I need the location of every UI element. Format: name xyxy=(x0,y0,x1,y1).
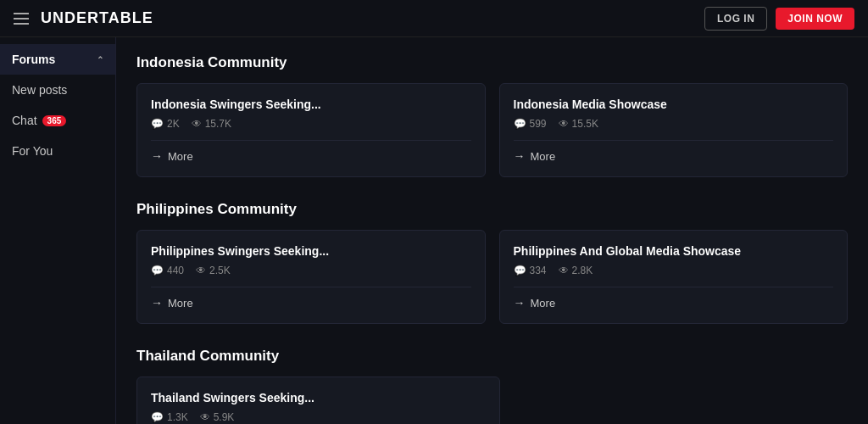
more-link-indonesia-media[interactable]: →More xyxy=(514,140,834,163)
chevron-icon: ⌃ xyxy=(97,55,103,64)
arrow-icon: → xyxy=(151,296,163,310)
card-title-thailand-swingers: Thailand Swingers Seeking... xyxy=(151,391,486,404)
more-label: More xyxy=(531,297,556,310)
stat-comments-indonesia-swingers: 💬2K xyxy=(151,118,180,130)
header-right: LOG IN JOIN NOW xyxy=(704,7,854,31)
view-icon: 👁 xyxy=(559,118,569,130)
more-label: More xyxy=(168,297,193,310)
view-count: 2.5K xyxy=(209,265,231,276)
section-title-thailand: Thailand Community xyxy=(136,348,848,365)
comment-icon: 💬 xyxy=(514,118,526,130)
sidebar-item-label: For You xyxy=(12,144,53,158)
card-stats-indonesia-swingers: 💬2K👁15.7K xyxy=(151,118,471,130)
arrow-icon: → xyxy=(151,149,163,163)
comment-icon: 💬 xyxy=(151,265,164,276)
more-link-philippines-swingers[interactable]: →More xyxy=(151,287,471,310)
hamburger-icon[interactable] xyxy=(14,13,29,25)
more-link-indonesia-swingers[interactable]: →More xyxy=(151,140,471,163)
cards-row-indonesia: Indonesia Swingers Seeking...💬2K👁15.7K→M… xyxy=(136,83,848,177)
stat-views-philippines-media: 👁2.8K xyxy=(559,265,593,276)
login-button[interactable]: LOG IN xyxy=(704,7,767,31)
section-thailand: Thailand CommunityThailand Swingers Seek… xyxy=(136,348,848,424)
card-stats-indonesia-media: 💬599👁15.5K xyxy=(514,118,834,130)
sidebar: Forums ⌃ New posts Chat 365 For You xyxy=(0,37,116,424)
more-label: More xyxy=(531,150,556,163)
sidebar-item-label: New posts xyxy=(12,83,67,97)
stat-views-philippines-swingers: 👁2.5K xyxy=(196,265,231,276)
card-title-indonesia-swingers: Indonesia Swingers Seeking... xyxy=(151,98,471,111)
card-stats-philippines-swingers: 💬440👁2.5K xyxy=(151,265,471,276)
section-title-philippines: Philippines Community xyxy=(136,201,848,218)
card-stats-thailand-swingers: 💬1.3K👁5.9K xyxy=(151,411,486,423)
view-icon: 👁 xyxy=(200,411,210,423)
card-philippines-media: Philippines And Global Media Showcase💬33… xyxy=(499,230,849,324)
comment-icon: 💬 xyxy=(151,118,164,130)
cards-row-thailand: Thailand Swingers Seeking...💬1.3K👁5.9K→M… xyxy=(136,377,848,424)
arrow-icon: → xyxy=(514,149,526,163)
header-left: UNDERTABLE xyxy=(14,9,153,27)
comment-count: 334 xyxy=(530,265,547,276)
sidebar-item-new-posts[interactable]: New posts xyxy=(0,75,115,105)
stat-comments-thailand-swingers: 💬1.3K xyxy=(151,411,188,423)
chat-label: Chat xyxy=(12,114,37,127)
main-content: Indonesia CommunityIndonesia Swingers Se… xyxy=(116,37,868,424)
card-stats-philippines-media: 💬334👁2.8K xyxy=(514,265,834,276)
arrow-icon: → xyxy=(514,296,526,310)
section-title-indonesia: Indonesia Community xyxy=(136,54,848,71)
view-icon: 👁 xyxy=(196,265,206,276)
logo: UNDERTABLE xyxy=(41,9,153,27)
card-thailand-swingers: Thailand Swingers Seeking...💬1.3K👁5.9K→M… xyxy=(136,377,500,424)
stat-views-indonesia-media: 👁15.5K xyxy=(559,118,598,130)
comment-count: 1.3K xyxy=(167,411,188,423)
sidebar-item-label: Forums xyxy=(12,53,55,66)
section-philippines: Philippines CommunityPhilippines Swinger… xyxy=(136,201,848,324)
stat-comments-indonesia-media: 💬599 xyxy=(514,118,547,130)
comment-count: 599 xyxy=(530,118,547,130)
stat-views-thailand-swingers: 👁5.9K xyxy=(200,411,235,423)
view-count: 15.5K xyxy=(572,118,598,130)
join-button[interactable]: JOIN NOW xyxy=(776,8,854,30)
sidebar-item-chat[interactable]: Chat 365 xyxy=(0,105,115,136)
card-indonesia-media: Indonesia Media Showcase💬599👁15.5K→More xyxy=(499,83,849,177)
card-philippines-swingers: Philippines Swingers Seeking...💬440👁2.5K… xyxy=(136,230,486,324)
comment-icon: 💬 xyxy=(151,411,164,423)
view-icon: 👁 xyxy=(559,265,569,276)
sidebar-item-forums[interactable]: Forums ⌃ xyxy=(0,44,115,75)
cards-row-philippines: Philippines Swingers Seeking...💬440👁2.5K… xyxy=(136,230,848,324)
view-count: 2.8K xyxy=(572,265,593,276)
section-indonesia: Indonesia CommunityIndonesia Swingers Se… xyxy=(136,54,848,177)
comment-count: 2K xyxy=(167,118,180,130)
card-title-indonesia-media: Indonesia Media Showcase xyxy=(514,98,834,111)
comment-icon: 💬 xyxy=(514,265,526,276)
more-label: More xyxy=(168,150,193,163)
stat-views-indonesia-swingers: 👁15.7K xyxy=(192,118,231,130)
card-title-philippines-swingers: Philippines Swingers Seeking... xyxy=(151,244,471,258)
view-icon: 👁 xyxy=(192,118,202,130)
card-title-philippines-media: Philippines And Global Media Showcase xyxy=(514,244,834,258)
chat-badge: 365 xyxy=(42,115,67,126)
card-indonesia-swingers: Indonesia Swingers Seeking...💬2K👁15.7K→M… xyxy=(136,83,486,177)
sidebar-item-for-you[interactable]: For You xyxy=(0,136,115,166)
comment-count: 440 xyxy=(167,265,184,276)
stat-comments-philippines-media: 💬334 xyxy=(514,265,547,276)
view-count: 15.7K xyxy=(205,118,231,130)
stat-comments-philippines-swingers: 💬440 xyxy=(151,265,184,276)
empty-card-placeholder xyxy=(514,377,849,424)
header: UNDERTABLE LOG IN JOIN NOW xyxy=(0,0,868,37)
more-link-philippines-media[interactable]: →More xyxy=(514,287,834,310)
view-count: 5.9K xyxy=(214,411,235,423)
sidebar-chat: Chat 365 xyxy=(12,114,66,127)
layout: Forums ⌃ New posts Chat 365 For You Indo… xyxy=(0,0,868,424)
